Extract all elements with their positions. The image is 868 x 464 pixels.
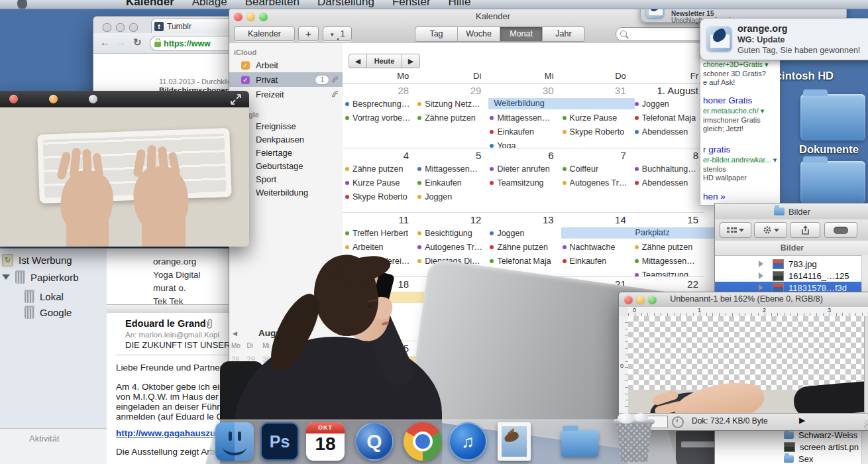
calendar-event[interactable]: Mittagessen… (490, 112, 558, 124)
next-button[interactable]: ▶ (402, 54, 419, 68)
search-result-link[interactable]: hen » (703, 192, 726, 202)
action-gear-button[interactable] (754, 222, 787, 238)
calendar-event[interactable]: Mittagessen… (417, 163, 486, 175)
calendar-day-cell[interactable]: 26 (415, 341, 487, 405)
dock-trash-icon[interactable] (614, 422, 652, 461)
video-window-keyboard-hands[interactable] (0, 91, 249, 247)
calendar-day-cell[interactable]: 27 (487, 341, 559, 405)
calendar-day-cell[interactable]: 25 (343, 341, 415, 405)
calendar-event[interactable]: Zähne putzen (635, 241, 703, 253)
calendar-event[interactable]: Nachtwache (563, 241, 631, 253)
calendar-day-cell[interactable]: 12BesichtigungAutogenes Tr…Dienstags Di… (415, 213, 487, 277)
dock-calendar-icon[interactable]: OKT18 (306, 422, 345, 461)
mail-folder-papierkorb[interactable]: Papierkorb (2, 270, 79, 284)
fullscreen-icon[interactable] (231, 94, 241, 105)
calendar-event[interactable]: Mittagessen… (635, 255, 703, 267)
finder-row-sex[interactable]: Sex (715, 453, 861, 464)
calendar-day-cell[interactable]: 30Mittagessen…EinkaufenYoga (487, 84, 559, 148)
view-switcher[interactable]: TagWocheMonatJahr (415, 27, 585, 42)
tag-toggle-button[interactable] (824, 222, 857, 238)
menu-app-kalender[interactable]: Kalender (126, 0, 174, 9)
calendar-event[interactable]: Joggen (635, 98, 703, 110)
dock-quicktime-icon[interactable]: Q (355, 422, 394, 461)
dock-chrome-icon[interactable] (404, 422, 442, 461)
mail-folder-google[interactable]: Google (25, 306, 72, 319)
status-expand-arrow[interactable]: ▶ (799, 416, 805, 425)
mini-day[interactable]: 1 (294, 355, 309, 363)
browser-tab-tumblr[interactable]: t Tumblr × (151, 19, 236, 33)
mail-list-sender[interactable]: Yoga Digital (153, 270, 201, 280)
sidebar-calendar-feiertage[interactable]: Feiertage (256, 146, 343, 160)
resize-grip[interactable] (864, 420, 868, 430)
calendar-day-cell[interactable]: 5Mittagessen…EinkaufenJoggen (415, 148, 487, 213)
list-column-header[interactable]: Bilder (715, 241, 868, 256)
calendar-event[interactable]: Besprechung… (345, 98, 413, 110)
sidebar-calendar-sport[interactable]: Sport (256, 173, 343, 186)
mini-month-calendar[interactable]: ◀AugustMoDiMiDoFrSaSo28293031123 (231, 328, 341, 363)
view-tab-jahr[interactable]: Jahr (543, 27, 584, 41)
dock-mail-icon[interactable] (495, 422, 533, 461)
sidebar-calendar-weiterbildung[interactable]: Weiterbildung (256, 186, 343, 200)
photoshop-canvas[interactable] (628, 316, 865, 414)
dock-folder-icon[interactable] (561, 422, 600, 461)
apple-menu-icon[interactable] (17, 0, 27, 9)
disclosure-triangle-icon[interactable] (759, 261, 763, 267)
calendar-checkbox[interactable]: ✓ (241, 76, 250, 84)
today-button[interactable]: Heute (367, 54, 402, 68)
calendar-event[interactable]: Ausflug Verei… (345, 255, 413, 267)
calendar-event[interactable]: Dienstags Di… (417, 255, 486, 267)
menu-bar[interactable]: Kalender Ablage Bearbeiten Darstellung F… (0, 0, 868, 9)
calendar-event[interactable]: Einkaufen (563, 255, 631, 267)
mini-prev-icon[interactable]: ◀ (233, 330, 237, 337)
mini-day[interactable]: 2 (309, 355, 325, 363)
dock-photoshop-icon[interactable]: Ps (260, 422, 299, 461)
calendars-button[interactable]: Kalender (234, 27, 295, 41)
calendar-event[interactable]: Autogenes Tr… (417, 241, 486, 253)
share-button[interactable] (790, 222, 820, 238)
calendar-event[interactable]: Arbeiten (345, 241, 413, 253)
calendar-event[interactable]: Dieter anrufen (490, 163, 558, 175)
menu-bearbeiten[interactable]: Bearbeiten (245, 0, 299, 9)
mini-day[interactable]: 30 (262, 355, 278, 363)
calendar-day-cell[interactable]: 28Besprechung…Vortrag vorbe… (343, 84, 415, 148)
view-tab-tag[interactable]: Tag (415, 27, 458, 41)
mail-folder-ist-werbung[interactable]: ↻Ist Werbung (2, 254, 72, 266)
calendar-event[interactable]: Abendessen (635, 126, 703, 138)
zoom-button[interactable] (129, 23, 138, 32)
calendar-event[interactable]: Zähne putzen (490, 241, 558, 253)
calendar-day-cell[interactable]: 13JoggenZähne putzenTelefonat Maja (487, 213, 559, 277)
calendar-day-cell[interactable]: 11Treffen HerbertArbeitenAusflug Verei…2… (343, 213, 415, 277)
menu-fenster[interactable]: Fenster (392, 0, 431, 9)
disclosure-triangle-icon[interactable] (759, 284, 763, 291)
zoom-button[interactable] (89, 95, 97, 103)
calendar-event[interactable]: Teamsitzung (490, 177, 558, 189)
calendar-day-cell[interactable]: 6Dieter anrufenTeamsitzung (487, 148, 559, 213)
mail-list-sender[interactable]: murat o. (153, 283, 186, 293)
sidebar-calendar-arbeit[interactable]: ✓Arbeit (229, 58, 343, 72)
disclosure-triangle-icon[interactable] (2, 274, 10, 280)
calendar-event[interactable]: Treffen Herbert (345, 227, 413, 239)
add-event-button[interactable]: + (298, 27, 319, 41)
menu-ablage[interactable]: Ablage (192, 0, 227, 9)
calendar-event[interactable]: Telefonat Maja (635, 112, 703, 124)
calendar-event[interactable]: Joggen (490, 227, 558, 239)
sidebar-calendar-ereignisse[interactable]: Ereignisse (256, 120, 343, 133)
mail-list-sender[interactable]: orange.org (153, 257, 196, 266)
notification-banner-orange[interactable]: orange.org WG: Update Guten Tag, Sie hab… (700, 18, 868, 60)
mini-day[interactable]: 3 (325, 355, 341, 363)
calendar-day-cell[interactable]: 15Zähne putzenMittagessen…Teamsitzung (632, 213, 704, 277)
reload-icon[interactable]: ↻ (133, 36, 142, 48)
calendar-day-cell[interactable]: 7CoiffeurAutogenes Tr… (560, 148, 632, 213)
calendar-checkbox[interactable]: ✓ (241, 61, 250, 70)
search-result-link[interactable]: honer Gratis (703, 95, 752, 105)
forward-icon[interactable]: → (116, 36, 126, 48)
calendar-day-cell[interactable]: 31Kurze PauseSkype Roberto (560, 84, 632, 148)
calendar-day-cell[interactable]: 4Zähne putzenKurze PauseSkype Roberto (343, 148, 415, 213)
photoshop-titlebar[interactable]: Unbenannt-1 bei 162% (Ebene 0, RGB/8) (619, 292, 868, 308)
back-icon[interactable]: ← (100, 36, 110, 48)
view-options-button[interactable] (720, 222, 751, 238)
mini-day[interactable]: 31 (278, 355, 294, 363)
minimize-button[interactable] (116, 23, 125, 32)
dock-finder-icon[interactable] (215, 422, 254, 461)
calendar-day-cell[interactable]: 14NachtwacheEinkaufen (560, 213, 632, 277)
